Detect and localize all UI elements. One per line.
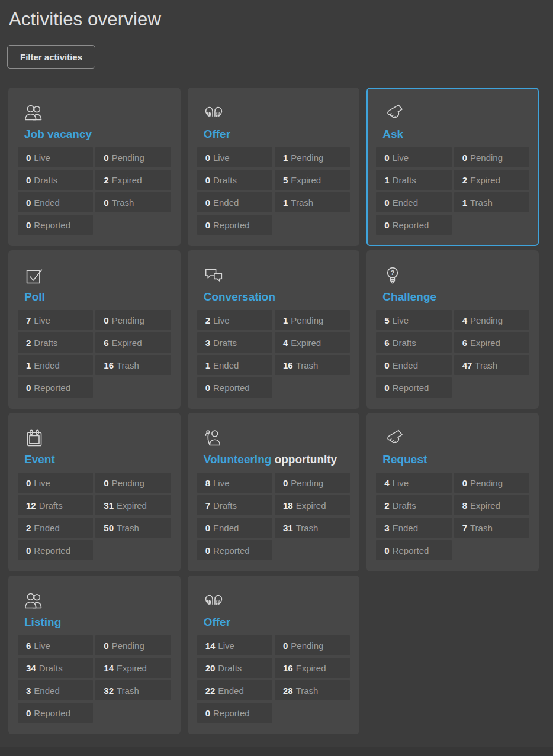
stat-trash: 1Trash <box>275 192 350 212</box>
stat-live: 0Live <box>18 473 93 493</box>
stat-expired: 14Expired <box>95 658 171 678</box>
activity-card-challenge[interactable]: ? Challenge 5Live4Pending6Drafts6Expired… <box>366 250 539 409</box>
stat-live: 0Live <box>376 147 451 167</box>
stat-live: 8Live <box>197 473 272 493</box>
stat-reported: 0Reported <box>18 540 93 560</box>
stat-trash: 28Trash <box>275 680 350 700</box>
stat-live: 0Live <box>197 147 272 167</box>
stat-trash: 50Trash <box>95 518 171 538</box>
card-title[interactable]: Listing <box>24 615 179 629</box>
stat-expired: 5Expired <box>275 170 350 190</box>
activity-card-offer[interactable]: Offer 0Live1Pending0Drafts5Expired0Ended… <box>188 88 360 246</box>
stat-reported: 0Reported <box>376 377 451 398</box>
stat-drafts: 34Drafts <box>18 658 93 678</box>
card-title-text: Job vacancy <box>24 128 92 140</box>
stat-ended: 0Ended <box>376 192 451 212</box>
card-title-text: Request <box>382 453 427 466</box>
stat-pending: 0Pending <box>275 635 350 655</box>
activity-card-volunteering[interactable]: Volunteering opportunity 8Live0Pending7D… <box>188 413 360 571</box>
filter-activities-button[interactable]: Filter activities <box>7 45 95 69</box>
stat-reported: 0Reported <box>18 703 93 723</box>
stat-pending: 0Pending <box>95 147 171 167</box>
stat-ended: 3Ended <box>18 680 93 700</box>
hands-icon <box>203 104 359 122</box>
stat-pending: 0Pending <box>275 473 350 493</box>
stat-ended: 2Ended <box>18 518 93 538</box>
cards-grid: Job vacancy 0Live0Pending0Drafts2Expired… <box>8 88 539 734</box>
stat-ended: 1Ended <box>197 355 272 375</box>
card-title[interactable]: Challenge <box>382 290 538 304</box>
stat-reported: 0Reported <box>18 377 93 398</box>
stat-drafts: 20Drafts <box>197 658 272 678</box>
card-title[interactable]: Volunteering opportunity <box>204 453 359 467</box>
stat-expired: 18Expired <box>275 495 350 515</box>
card-title[interactable]: Offer <box>204 615 359 629</box>
stat-pending: 0Pending <box>95 635 171 655</box>
stat-trash: 16Trash <box>95 355 171 375</box>
stat-reported: 0Reported <box>197 540 272 560</box>
stat-live: 14Live <box>197 635 272 655</box>
card-title[interactable]: Event <box>24 453 179 467</box>
card-title[interactable]: Offer <box>204 127 359 141</box>
stat-live: 4Live <box>376 473 451 493</box>
stat-trash: 47Trash <box>454 355 529 375</box>
stat-ended: 1Ended <box>18 355 93 375</box>
card-title[interactable]: Request <box>382 453 538 467</box>
card-title-suffix: opportunity <box>271 453 337 466</box>
svg-text:?: ? <box>391 269 395 276</box>
stat-ended: 3Ended <box>376 518 451 538</box>
stat-ended: 0Ended <box>197 518 272 538</box>
stat-trash: 0Trash <box>95 192 171 212</box>
stat-live: 0Live <box>18 147 93 167</box>
activity-card-conversation[interactable]: Conversation 2Live1Pending3Drafts4Expire… <box>188 250 360 409</box>
lightbulb-icon: ? <box>382 266 538 285</box>
stat-trash: 32Trash <box>95 680 171 700</box>
stat-drafts: 1Drafts <box>376 170 451 190</box>
stat-trash: 31Trash <box>275 518 350 538</box>
card-stats: 2Live1Pending3Drafts4Expired1Ended16Tras… <box>197 310 351 398</box>
card-stats: 0Live0Pending0Drafts2Expired0Ended0Trash… <box>18 147 171 235</box>
stat-reported: 0Reported <box>197 377 272 398</box>
activity-card-offer[interactable]: Offer 14Live0Pending20Drafts16Expired22E… <box>188 576 360 734</box>
page-title: Activities overview <box>9 9 553 30</box>
bottom-strip <box>0 747 553 756</box>
users-icon <box>24 104 179 122</box>
calendar-icon <box>24 429 179 448</box>
stat-pending: 0Pending <box>95 473 171 493</box>
stat-live: 6Live <box>18 635 93 655</box>
activity-card-event[interactable]: Event 0Live0Pending12Drafts31Expired2End… <box>8 413 181 571</box>
card-stats: 4Live0Pending2Drafts8Expired3Ended7Trash… <box>376 473 529 560</box>
stat-expired: 16Expired <box>275 658 350 678</box>
card-title[interactable]: Job vacancy <box>24 127 179 141</box>
activity-card-request[interactable]: Request 4Live0Pending2Drafts8Expired3End… <box>366 413 539 571</box>
activity-card-job-vacancy[interactable]: Job vacancy 0Live0Pending0Drafts2Expired… <box>8 88 181 246</box>
activity-card-ask[interactable]: Ask 0Live0Pending1Drafts2Expired0Ended1T… <box>366 88 539 246</box>
card-stats: 5Live4Pending6Drafts6Expired0Ended47Tras… <box>376 310 529 398</box>
card-title-text: Volunteering <box>204 453 272 466</box>
stat-live: 7Live <box>18 310 93 330</box>
stat-drafts: 7Drafts <box>197 495 272 515</box>
stat-expired: 4Expired <box>275 332 350 353</box>
handshake-icon <box>382 429 538 448</box>
card-title-text: Offer <box>204 128 230 140</box>
card-title[interactable]: Conversation <box>204 290 359 304</box>
stat-ended: 0Ended <box>18 192 93 212</box>
stat-trash: 1Trash <box>454 192 529 212</box>
stat-reported: 0Reported <box>18 215 93 235</box>
card-stats: 0Live0Pending1Drafts2Expired0Ended1Trash… <box>376 147 529 235</box>
stat-pending: 0Pending <box>454 473 529 493</box>
stat-expired: 31Expired <box>95 495 171 515</box>
card-stats: 6Live0Pending34Drafts14Expired3Ended32Tr… <box>18 635 171 723</box>
stat-expired: 2Expired <box>454 170 529 190</box>
activity-card-poll[interactable]: Poll 7Live0Pending2Drafts6Expired1Ended1… <box>8 250 181 409</box>
stat-reported: 0Reported <box>376 215 451 235</box>
card-stats: 0Live0Pending12Drafts31Expired2Ended50Tr… <box>18 473 171 560</box>
stat-live: 5Live <box>376 310 451 330</box>
card-title[interactable]: Poll <box>24 290 179 304</box>
stat-drafts: 12Drafts <box>18 495 93 515</box>
stat-drafts: 2Drafts <box>376 495 451 515</box>
stat-ended: 0Ended <box>197 192 272 212</box>
card-title[interactable]: Ask <box>382 127 538 141</box>
checkbox-icon <box>24 266 179 285</box>
activity-card-listing[interactable]: Listing 6Live0Pending34Drafts14Expired3E… <box>8 576 181 734</box>
